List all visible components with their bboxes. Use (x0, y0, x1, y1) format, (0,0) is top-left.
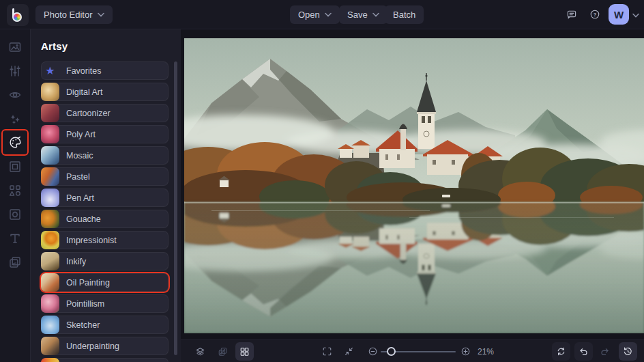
effect-list-item[interactable]: Pen Art (41, 189, 169, 207)
effect-thumbnail (41, 252, 59, 270)
sparkles-icon (8, 112, 22, 126)
text-tool[interactable] (3, 226, 27, 250)
effect-thumbnail (41, 167, 59, 186)
plus-circle-icon (460, 345, 471, 358)
grid-view-button[interactable] (235, 342, 254, 361)
fit-screen-icon (344, 345, 354, 358)
zoom-in-button[interactable] (456, 342, 475, 361)
artsy-panel: Artsy Favorites Digital Art Cartoonizer … (31, 29, 181, 362)
effect-thumbnail (41, 337, 59, 355)
effect-label: Digital Art (66, 87, 103, 97)
canvas-area: 21% (181, 29, 644, 362)
redo-button[interactable] (596, 342, 614, 361)
effect-list-item[interactable]: Poly Art (41, 125, 169, 143)
effect-list-item[interactable]: Pointillism (41, 294, 169, 313)
photo-edit-icon (8, 40, 22, 54)
question-icon: ? (589, 8, 600, 21)
effect-thumbnail (41, 104, 59, 122)
batch-button[interactable]: Batch (385, 5, 424, 24)
svg-text:?: ? (594, 12, 597, 18)
effect-thumbnail (41, 146, 59, 165)
lake-bled-photo[interactable] (184, 38, 644, 333)
eye-icon (8, 88, 22, 102)
palette-icon (8, 135, 23, 150)
app-menu-button[interactable]: Photo Editor (35, 5, 113, 24)
feedback-button[interactable] (562, 5, 581, 24)
open-button[interactable]: Open (290, 5, 340, 24)
effect-list-item[interactable] (41, 358, 169, 362)
befunky-logo[interactable] (7, 4, 29, 26)
shapes-icon (8, 184, 22, 197)
effect-label: Pointillism (66, 299, 104, 309)
effect-thumbnail (41, 294, 59, 313)
layers-icon (195, 345, 205, 359)
avatar[interactable]: W (609, 4, 629, 25)
effect-list-item[interactable]: Impressionist (41, 231, 169, 249)
chevron-down-icon (98, 12, 104, 17)
effect-list-item[interactable]: Pastel (41, 167, 169, 186)
photo-editor-app: Photo Editor Open Save Batch ? W (0, 0, 644, 362)
artsy-tool[interactable] (3, 130, 27, 154)
effects-tool[interactable] (3, 107, 27, 130)
touchup-tool[interactable] (3, 83, 27, 107)
chevron-down-icon (372, 12, 379, 17)
graphics-tool[interactable] (3, 178, 27, 202)
zoom-level: 21% (478, 340, 494, 362)
undo-button[interactable] (574, 342, 593, 361)
effect-list-item[interactable]: Oil Painting (41, 273, 169, 292)
zoom-out-button[interactable] (364, 342, 382, 361)
effect-label: Cartoonizer (66, 109, 111, 118)
effect-label: Mosaic (66, 151, 93, 161)
effect-thumbnail (41, 358, 59, 362)
text-icon (8, 232, 22, 245)
photo-edit-tool[interactable] (3, 35, 27, 59)
top-bar: Photo Editor Open Save Batch ? W (0, 0, 644, 29)
effect-list-item[interactable]: Cartoonizer (41, 104, 169, 122)
effect-label: Favorites (66, 66, 101, 76)
comment-icon (566, 8, 577, 21)
refresh-button[interactable] (552, 342, 570, 361)
history-button[interactable] (619, 342, 637, 361)
compare-icon (218, 345, 228, 359)
panel-scrollbar[interactable] (174, 61, 177, 355)
account-chevron-down-icon[interactable] (632, 13, 639, 18)
effect-list-item[interactable]: Gouache (41, 210, 169, 228)
layers-button[interactable] (191, 342, 209, 361)
history-icon (623, 345, 633, 358)
adjust-tool[interactable] (3, 59, 27, 83)
batch-label: Batch (393, 10, 415, 20)
compare-button[interactable] (214, 342, 232, 361)
panel-title: Artsy (41, 40, 181, 52)
effect-list-item[interactable]: Inkify (41, 252, 169, 270)
fit-screen-button[interactable] (340, 342, 358, 361)
effect-list-item[interactable]: Underpainting (41, 337, 169, 355)
zoom-slider-handle[interactable] (387, 347, 396, 356)
chevron-down-icon (325, 12, 332, 17)
undo-icon (579, 345, 589, 358)
adjust-icon (8, 64, 22, 78)
effect-list-item[interactable]: Sketcher (41, 316, 169, 334)
open-label: Open (298, 10, 320, 20)
minus-circle-icon (368, 345, 378, 358)
frames-tool[interactable] (3, 154, 27, 178)
effect-list-item[interactable]: Digital Art (41, 83, 169, 101)
effect-thumbnail (41, 83, 59, 101)
effect-list-item[interactable]: Mosaic (41, 146, 169, 165)
effect-thumbnail (41, 231, 59, 249)
effect-thumbnail (41, 316, 59, 334)
textures-tool[interactable] (3, 250, 27, 274)
effect-label: Pen Art (66, 193, 94, 203)
save-button[interactable]: Save (339, 5, 387, 24)
effect-thumbnail (41, 125, 59, 143)
effect-thumbnail (41, 210, 59, 228)
effect-thumbnail (41, 61, 59, 80)
help-button[interactable]: ? (585, 5, 604, 24)
effect-list-item[interactable]: Favorites (41, 61, 169, 80)
fullscreen-button[interactable] (318, 342, 336, 361)
effect-label: Impressionist (66, 236, 117, 245)
logo-b-icon (12, 8, 23, 22)
effect-label: Oil Painting (66, 278, 110, 288)
effect-label: Underpainting (66, 342, 119, 351)
overlays-tool[interactable] (3, 202, 27, 226)
sync-icon (556, 345, 566, 358)
